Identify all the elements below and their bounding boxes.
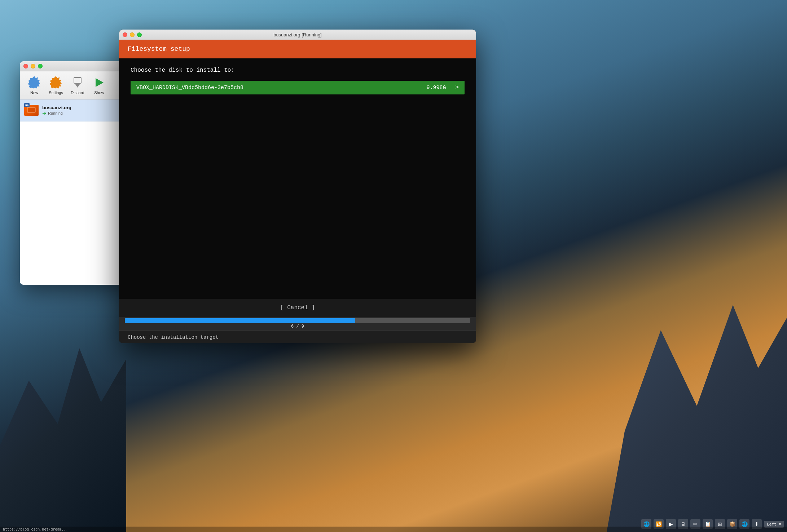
show-label: Show (94, 90, 104, 95)
progress-text-row: 6 / 9 (125, 323, 470, 331)
vm-title: busuanzi.org [Running] (273, 32, 322, 37)
url-bar: https://blog.csdn.net/dream... (0, 527, 787, 532)
progress-track (125, 318, 470, 323)
settings-label: Settings (49, 90, 63, 95)
installer-header-title: Filesystem setup (128, 45, 190, 53)
vm-badge: 64 (24, 103, 30, 107)
vm-window: busuanzi.org [Running] Filesystem setup … (119, 30, 476, 343)
cancel-button[interactable]: [ Cancel ] (280, 305, 315, 311)
vm-maximize-button[interactable] (137, 32, 142, 37)
installer-prompt: Choose the disk to install to: (131, 67, 465, 74)
close-button[interactable] (23, 64, 28, 68)
vm-close-button[interactable] (123, 32, 127, 37)
disk-name: VBOX_HARDDISK_VBdc5bdd6e-3e7b5cb8 (136, 85, 423, 91)
url-text: https://blog.csdn.net/dream... (3, 527, 68, 531)
discard-icon (71, 76, 84, 89)
settings-button[interactable]: Settings (46, 74, 66, 96)
show-icon (92, 76, 106, 89)
show-button[interactable]: Show (89, 74, 109, 96)
settings-icon (49, 76, 63, 89)
status-arrow-icon: ➜ (42, 110, 47, 116)
vm-titlebar: busuanzi.org [Running] (119, 30, 476, 40)
discard-label: Discard (71, 90, 84, 95)
new-button[interactable]: New (24, 74, 44, 96)
vm-status-text: Running (48, 111, 63, 115)
cancel-btn-area: [ Cancel ] (119, 299, 476, 317)
installer-body: Choose the disk to install to: VBOX_HARD… (119, 58, 476, 299)
svg-rect-0 (74, 77, 81, 83)
progress-text: 6 / 9 (291, 324, 304, 329)
minimize-button[interactable] (31, 64, 35, 68)
installer-header: Filesystem setup (119, 40, 476, 58)
disk-option-item[interactable]: VBOX_HARDDISK_VBdc5bdd6e-3e7b5cb8 9.998G… (131, 81, 465, 94)
progress-bar-container: 6 / 9 (119, 317, 476, 331)
svg-marker-1 (75, 83, 80, 88)
progress-fill (125, 318, 355, 323)
status-bar: Choose the installation target (119, 331, 476, 343)
new-icon (27, 76, 41, 89)
status-text: Choose the installation target (128, 334, 219, 340)
vm-icon-container: 64 (24, 103, 39, 118)
discard-button[interactable]: Discard (67, 74, 88, 96)
vm-minimize-button[interactable] (130, 32, 135, 37)
svg-marker-2 (96, 78, 104, 87)
disk-arrow-icon: > (455, 84, 459, 91)
installer-footer: [ Cancel ] 6 / 9 Choose the installation… (119, 299, 476, 343)
new-label: New (30, 90, 38, 95)
disk-size: 9.998G (426, 85, 446, 91)
maximize-button[interactable] (38, 64, 43, 68)
svg-rect-4 (28, 108, 35, 112)
